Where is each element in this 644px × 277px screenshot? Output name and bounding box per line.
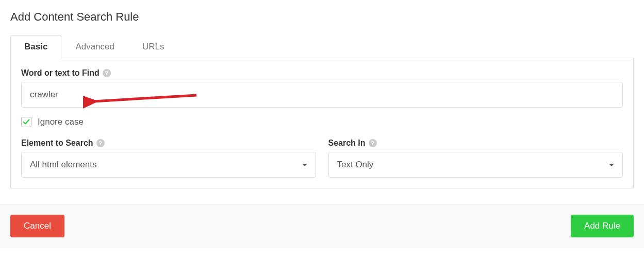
- element-to-search-select[interactable]: All html elements: [21, 152, 316, 178]
- tab-advanced[interactable]: Advanced: [61, 35, 128, 58]
- caret-down-icon: [302, 164, 307, 166]
- add-rule-button[interactable]: Add Rule: [571, 215, 634, 237]
- find-label: Word or text to Find: [21, 68, 100, 78]
- help-icon[interactable]: ?: [369, 139, 377, 147]
- cancel-button[interactable]: Cancel: [10, 215, 64, 237]
- find-input[interactable]: [21, 82, 623, 108]
- tabs: Basic Advanced URLs: [10, 35, 634, 58]
- search-in-select[interactable]: Text Only: [328, 152, 623, 178]
- help-icon[interactable]: ?: [103, 69, 111, 77]
- element-to-search-group: Element to Search ? All html elements: [21, 138, 316, 178]
- tab-content-basic: Word or text to Find ? Ignore case: [10, 58, 634, 188]
- element-to-search-label: Element to Search: [21, 138, 93, 148]
- page-title: Add Content Search Rule: [10, 10, 634, 24]
- help-icon[interactable]: ?: [96, 139, 105, 147]
- search-in-value: Text Only: [337, 160, 374, 170]
- check-icon: [23, 118, 30, 126]
- ignore-case-label: Ignore case: [38, 117, 84, 127]
- find-group: Word or text to Find ?: [21, 68, 623, 108]
- ignore-case-checkbox[interactable]: [21, 117, 31, 127]
- element-to-search-value: All html elements: [30, 160, 96, 170]
- search-in-group: Search In ? Text Only: [328, 138, 623, 178]
- footer: Cancel Add Rule: [0, 204, 644, 248]
- search-in-label: Search In: [328, 138, 366, 148]
- ignore-case-row: Ignore case: [21, 117, 623, 127]
- tab-basic[interactable]: Basic: [10, 35, 61, 58]
- caret-down-icon: [609, 164, 614, 166]
- tab-urls[interactable]: URLs: [128, 35, 178, 58]
